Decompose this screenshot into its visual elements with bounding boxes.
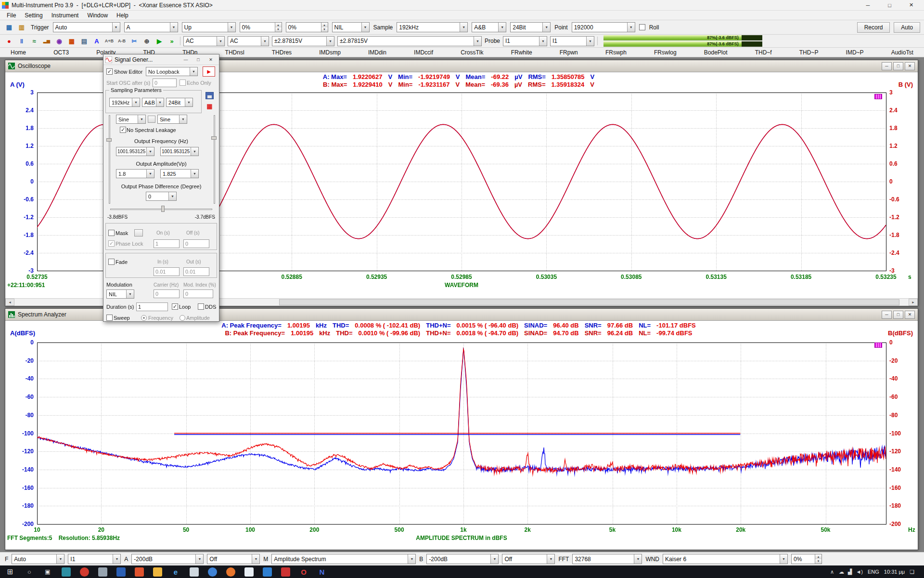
- trigger-source-select[interactable]: A: [124, 22, 178, 32]
- chevron-down-icon[interactable]: [361, 23, 369, 32]
- tab-thd-f[interactable]: THD~f: [753, 49, 774, 56]
- chevron-down-icon[interactable]: [112, 23, 120, 32]
- coupling-b-select[interactable]: AC: [228, 36, 269, 46]
- auto-scale-button[interactable]: Auto: [894, 22, 920, 33]
- sample-channels-select[interactable]: A&B: [472, 22, 506, 32]
- chevron-down-icon[interactable]: [490, 554, 498, 564]
- app-icon-orange-red[interactable]: [130, 565, 148, 578]
- spin-up-icon[interactable]: [321, 23, 328, 27]
- waveform-a-select[interactable]: Sine: [116, 115, 146, 124]
- file-explorer-icon[interactable]: [148, 565, 167, 578]
- trigger-level-stepper[interactable]: 0%: [240, 22, 282, 32]
- spin-up-icon[interactable]: [275, 23, 282, 27]
- show-editor-checkbox[interactable]: [106, 68, 113, 75]
- tab-oct3[interactable]: OCT3: [51, 49, 71, 56]
- minimize-icon[interactable]: ─: [882, 62, 892, 70]
- a-weighting-select[interactable]: Off: [207, 554, 260, 564]
- chevron-down-icon[interactable]: [627, 23, 635, 32]
- link-channels-button[interactable]: [148, 116, 155, 123]
- a-range-select[interactable]: -200dB: [131, 554, 204, 564]
- chevron-down-icon[interactable]: [474, 37, 481, 46]
- app-icon-red-circle[interactable]: [75, 565, 93, 578]
- loopback-select[interactable]: No Loopback: [146, 67, 198, 76]
- gen-channels-select[interactable]: A&B: [142, 98, 164, 107]
- phase-slider[interactable]: [110, 206, 212, 212]
- fade-in-field[interactable]: 0.01: [154, 267, 180, 276]
- tab-thd-p[interactable]: THD~P: [797, 49, 821, 56]
- chevron-down-icon[interactable]: [185, 98, 192, 106]
- phase-select[interactable]: 0: [146, 192, 177, 201]
- app-icon-crimson[interactable]: [276, 565, 295, 578]
- chevron-down-icon[interactable]: [168, 192, 176, 200]
- channel-a-plus-b-icon[interactable]: A+B: [104, 36, 115, 46]
- hot-panel-icon[interactable]: ▥: [16, 23, 27, 32]
- trigger-hpf-select[interactable]: NIL: [332, 22, 370, 32]
- scroll-right-icon[interactable]: ►: [909, 299, 918, 306]
- spectrum-plot[interactable]: [5, 337, 918, 550]
- scroll-left-icon[interactable]: ◄: [5, 299, 14, 306]
- phase-lock-off-field[interactable]: 0: [183, 239, 209, 248]
- chevron-down-icon[interactable]: [217, 37, 224, 46]
- minimize-icon[interactable]: —: [180, 55, 192, 64]
- tab-crosstlk[interactable]: CrossTlk: [459, 49, 485, 56]
- maximize-button[interactable]: □: [879, 0, 900, 10]
- menu-instrument[interactable]: Instrument: [48, 12, 83, 19]
- output-level-slider-b[interactable]: [211, 115, 217, 204]
- phase-lock-checkbox[interactable]: [108, 240, 115, 247]
- spin-down-icon[interactable]: [815, 559, 821, 564]
- tab-frwhite[interactable]: FRwhite: [509, 49, 534, 56]
- sweep-frequency-radio[interactable]: [141, 315, 147, 321]
- probe-calibration-icon[interactable]: ✂: [129, 36, 140, 46]
- freq-probe-select[interactable]: I1: [68, 554, 121, 564]
- maximize-icon[interactable]: □: [192, 55, 205, 64]
- app-icon-white-blue[interactable]: [240, 565, 258, 578]
- step-icon[interactable]: »: [167, 36, 177, 46]
- firefox-icon[interactable]: [221, 565, 240, 578]
- chevron-down-icon[interactable]: [547, 554, 554, 564]
- gen-rate-select[interactable]: 192kHz: [109, 98, 140, 107]
- minimize-icon[interactable]: ─: [882, 311, 892, 319]
- waveform-b-select[interactable]: Sine: [157, 115, 187, 124]
- probe-a-select[interactable]: I1: [503, 36, 547, 46]
- data-logger-icon[interactable]: ▤: [79, 36, 90, 46]
- start-osc-field[interactable]: 0: [153, 79, 177, 87]
- loop-checkbox[interactable]: [172, 303, 178, 310]
- menu-window[interactable]: Window: [83, 12, 112, 19]
- start-button[interactable]: ⊞: [0, 565, 20, 578]
- carrier-field[interactable]: 0: [154, 289, 180, 298]
- frequency-a-select[interactable]: 1001.953125: [116, 147, 154, 156]
- chevron-down-icon[interactable]: [195, 554, 203, 564]
- chevron-down-icon[interactable]: [780, 554, 787, 564]
- app-icon-blue[interactable]: [112, 565, 130, 578]
- notification-center-icon[interactable]: ❏: [910, 569, 914, 575]
- no-spectral-leakage-checkbox[interactable]: [120, 127, 126, 133]
- close-button[interactable]: ✕: [900, 0, 922, 10]
- tab-imdccif[interactable]: IMDccif: [412, 49, 435, 56]
- tab-bodeplot[interactable]: BodePlot: [702, 49, 730, 56]
- zoom-tool-icon[interactable]: ⊕: [141, 36, 152, 46]
- network-icon[interactable]: ▟: [848, 569, 852, 575]
- chevron-down-icon[interactable]: [138, 115, 145, 123]
- dds-checkbox[interactable]: [198, 303, 204, 310]
- chevron-down-icon[interactable]: [252, 554, 259, 564]
- clock[interactable]: 10:31 μμ: [884, 569, 905, 575]
- tab-thdnsl[interactable]: THDnsl: [223, 49, 246, 56]
- tray-expand-icon[interactable]: ∧: [830, 569, 834, 575]
- trigger-mode-select[interactable]: Auto: [53, 22, 120, 32]
- chevron-down-icon[interactable]: [191, 170, 198, 178]
- mask-checkbox[interactable]: [108, 230, 115, 236]
- menu-setting[interactable]: Setting: [21, 12, 46, 19]
- oscilloscope-view-icon[interactable]: ≈: [29, 36, 39, 46]
- search-button[interactable]: ○: [20, 565, 38, 578]
- app-icon-gray[interactable]: [93, 565, 112, 578]
- spectrogram-view-icon[interactable]: ▦: [66, 36, 77, 46]
- sample-bits-select[interactable]: 24Bit: [510, 22, 551, 32]
- chevron-down-icon[interactable]: [179, 115, 187, 123]
- tab-audiotst[interactable]: AudioTst: [889, 49, 915, 56]
- multimeter-view-icon[interactable]: ◉: [54, 36, 64, 46]
- sample-rate-select[interactable]: 192kHz: [397, 22, 468, 32]
- fade-out-field[interactable]: 0.01: [183, 267, 209, 276]
- sweep-checkbox[interactable]: [106, 315, 113, 321]
- chevron-down-icon[interactable]: [586, 37, 594, 46]
- close-icon[interactable]: ✕: [905, 62, 915, 70]
